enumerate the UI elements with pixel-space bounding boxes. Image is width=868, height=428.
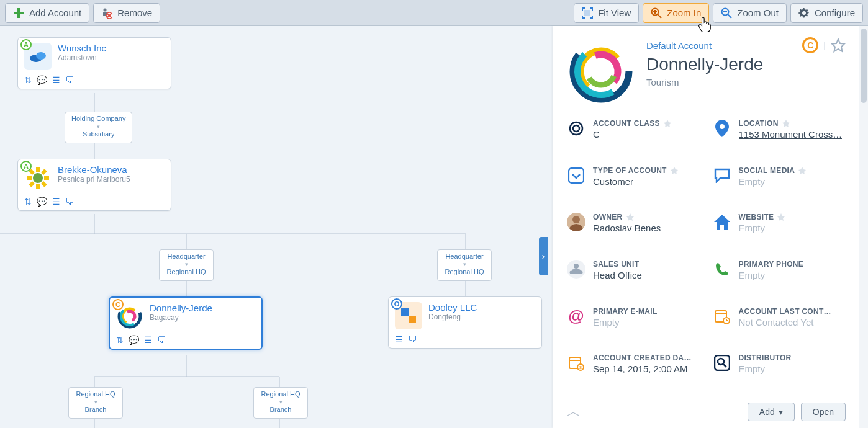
- zoom-out-button[interactable]: Zoom Out: [713, 3, 787, 23]
- calendar-icon: $: [568, 355, 584, 371]
- relation-hq-regional-right[interactable]: Headquarter ▾ Regional HQ: [437, 249, 492, 281]
- target-icon: [568, 120, 584, 136]
- node-badge: C: [115, 301, 120, 308]
- relation-top: Regional HQ: [76, 390, 115, 398]
- chat-icon[interactable]: 💬: [37, 197, 47, 207]
- hierarchy-icon[interactable]: ⇅: [116, 335, 124, 345]
- node-name[interactable]: Dooley LLC: [428, 302, 477, 313]
- svg-point-68: [718, 359, 724, 365]
- node-wunsch[interactable]: A Wunsch Inc Adamstown ⇅ 💬 ☰ 🗨: [17, 37, 171, 89]
- comment-icon[interactable]: 🗨: [157, 335, 166, 345]
- scrollbar-thumb[interactable]: [861, 29, 867, 103]
- svg-rect-28: [41, 169, 47, 175]
- chevron-right-icon[interactable]: ›: [539, 237, 548, 275]
- svg-point-53: [572, 216, 580, 223]
- relation-hq-regional-left[interactable]: Headquarter ▾ Regional HQ: [159, 249, 214, 281]
- relation-top: Headquarter: [445, 252, 483, 260]
- comment-icon[interactable]: 🗨: [65, 75, 74, 85]
- svg-rect-57: [572, 269, 581, 274]
- configure-button[interactable]: Configure: [790, 3, 863, 23]
- field-distributor[interactable]: DISTRIBUTOR Empty: [713, 354, 846, 387]
- node-dooley[interactable]: O Dooley LLC Dongfeng ☰ 🗨: [388, 296, 542, 349]
- field-sales-unit[interactable]: SALES UNIT Head Office: [567, 260, 700, 293]
- svg-point-49: [573, 125, 579, 132]
- node-badge: A: [24, 41, 29, 48]
- node-tool-row: ⇅ 💬 ☰ 🗨: [116, 335, 255, 345]
- svg-point-35: [33, 173, 43, 183]
- pin-location-icon: [715, 120, 729, 137]
- relation-bottom: Regional HQ: [167, 268, 206, 275]
- chevron-up-icon[interactable]: ︿: [567, 403, 581, 421]
- node-location: Pesnica pri Mariboru5: [58, 175, 130, 184]
- account-logo: [567, 37, 635, 105]
- svg-point-26: [36, 52, 46, 60]
- field-grid: ACCOUNT CLASS C LOCATION 1153 Monument C…: [553, 113, 859, 395]
- node-name[interactable]: Brekke-Okuneva: [58, 164, 130, 175]
- field-account-class[interactable]: ACCOUNT CLASS C: [567, 119, 700, 153]
- node-location: Adamstown: [58, 53, 106, 62]
- field-primary-email[interactable]: @ PRIMARY E-MAIL Empty: [567, 307, 700, 341]
- svg-point-58: [570, 270, 573, 274]
- comment-icon[interactable]: 🗨: [65, 197, 74, 207]
- hierarchy-icon[interactable]: ⇅: [24, 75, 32, 85]
- node-location: Bagacay: [150, 313, 212, 322]
- phone-icon: [715, 262, 730, 277]
- relation-holding-subsidiary[interactable]: Holding Company ▾ Subsidiary: [65, 112, 132, 143]
- fit-view-button[interactable]: Fit View: [574, 3, 639, 23]
- field-last-contacted[interactable]: ACCOUNT LAST CONT… Not Contacted Yet: [713, 307, 846, 341]
- fit-view-icon: [582, 7, 593, 19]
- node-badge: A: [24, 163, 29, 170]
- zoom-in-icon: [651, 7, 662, 19]
- pin-icon: [777, 213, 785, 221]
- zoom-out-icon: [721, 7, 732, 19]
- squares-icon: [400, 307, 417, 324]
- default-account-label[interactable]: Default Account: [646, 40, 712, 51]
- list-icon[interactable]: ☰: [144, 335, 152, 345]
- list-icon[interactable]: ☰: [52, 197, 60, 207]
- svg-rect-27: [36, 167, 40, 172]
- node-tool-row: ⇅ 💬 ☰ 🗨: [24, 75, 165, 85]
- add-account-button[interactable]: Add Account: [5, 3, 89, 23]
- svg-point-59: [580, 270, 583, 274]
- field-created-date[interactable]: $ ACCOUNT CREATED DA… Sep 14, 2015, 2:00…: [567, 354, 700, 387]
- chat-icon[interactable]: 💬: [129, 335, 139, 345]
- svg-rect-33: [27, 176, 32, 180]
- remove-icon: [101, 7, 112, 19]
- node-name[interactable]: Donnelly-Jerde: [150, 303, 212, 313]
- svg-rect-40: [401, 308, 409, 316]
- zoom-in-button[interactable]: Zoom In: [643, 3, 709, 23]
- relation-bottom: Branch: [85, 406, 107, 413]
- field-location[interactable]: LOCATION 1153 Monument Cross…: [713, 119, 846, 153]
- relation-regional-branch-right[interactable]: Regional HQ ▾ Branch: [253, 387, 308, 419]
- footer-add-button[interactable]: Add ▾: [748, 403, 795, 421]
- svg-point-2: [104, 8, 107, 11]
- node-brekke[interactable]: A Brekke-Okuneva Pesnica pri Mariboru5 ⇅…: [17, 159, 171, 211]
- relation-bottom: Subsidiary: [83, 130, 114, 138]
- scrollbar[interactable]: [859, 26, 868, 428]
- remove-button[interactable]: Remove: [93, 3, 160, 23]
- svg-text:$: $: [579, 365, 582, 370]
- field-website[interactable]: WEBSITE Empty: [713, 213, 846, 246]
- list-icon[interactable]: ☰: [395, 334, 403, 344]
- relation-regional-branch-left[interactable]: Regional HQ ▾ Branch: [68, 387, 123, 419]
- zoom-out-label: Zoom Out: [737, 7, 779, 18]
- comment-icon[interactable]: 🗨: [408, 334, 417, 344]
- hierarchy-icon[interactable]: ⇅: [24, 197, 32, 207]
- svg-point-56: [574, 264, 579, 269]
- node-donnelly[interactable]: C Donnelly-Jerde Bagacay ⇅ 💬 ☰ 🗨: [109, 296, 263, 350]
- field-primary-phone[interactable]: PRIMARY PHONE Empty: [713, 260, 846, 293]
- field-type-of-account[interactable]: TYPE OF ACCOUNT Customer: [567, 166, 700, 200]
- node-name[interactable]: Wunsch Inc: [58, 43, 106, 53]
- pin-icon: [798, 167, 806, 174]
- field-social-media[interactable]: SOCIAL MEDIA Empty: [713, 166, 846, 200]
- calendar-clock-icon: [714, 308, 730, 324]
- svg-rect-41: [409, 316, 416, 323]
- footer-open-button[interactable]: Open: [801, 403, 846, 421]
- home-icon: [714, 215, 730, 230]
- relation-bottom: Branch: [270, 406, 292, 413]
- chat-icon[interactable]: 💬: [37, 75, 47, 85]
- star-icon[interactable]: [831, 38, 846, 53]
- list-icon[interactable]: ☰: [52, 75, 60, 85]
- field-owner[interactable]: OWNER Radoslav Benes: [567, 213, 700, 246]
- hierarchy-canvas[interactable]: A Wunsch Inc Adamstown ⇅ 💬 ☰ 🗨 Holding C…: [0, 26, 553, 428]
